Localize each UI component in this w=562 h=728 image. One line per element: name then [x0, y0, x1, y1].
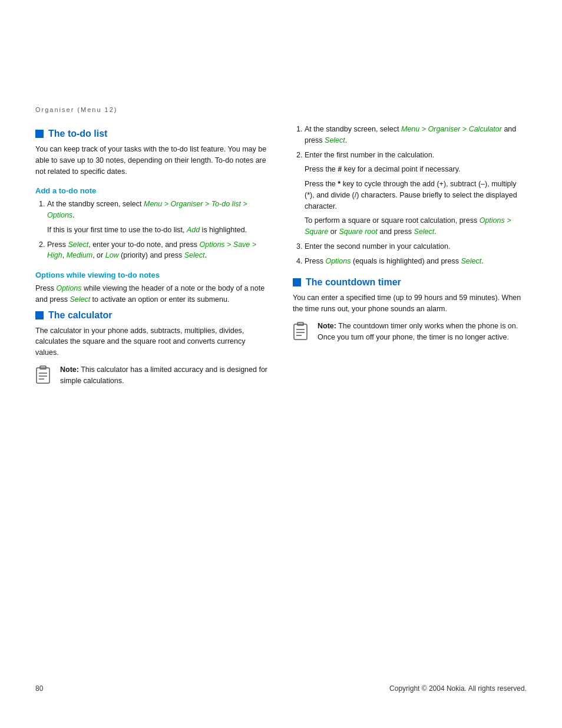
calc-step1-link: Menu > Organiser > Calculator — [401, 125, 502, 133]
select-link-2: Select — [184, 251, 205, 259]
select-link-1: Select — [68, 241, 88, 249]
options-save-link: Options > Save > — [200, 241, 257, 249]
countdown-body: You can enter a specified time (up to 99… — [293, 292, 527, 315]
step1-text: At the standby screen, select — [47, 200, 144, 208]
step1-note: If this is your first time to use the to… — [47, 225, 269, 236]
calc-step2-para2: Press the * key to cycle through the add… — [305, 179, 527, 212]
page-number: 80 — [35, 684, 43, 693]
countdown-section-title: The countdown timer — [293, 277, 527, 288]
add-todo-step-2: Press Select, enter your to-do note, and… — [47, 239, 269, 262]
select-link-final: Select — [461, 257, 481, 265]
note-icon — [35, 365, 54, 384]
options-link-calc: Options > — [480, 216, 511, 225]
countdown-note-content: The countdown timer only works when the … — [318, 322, 518, 341]
calculator-section-title: The calculator — [35, 310, 269, 321]
todo-intro: You can keep track of your tasks with th… — [35, 144, 269, 177]
countdown-note-icon — [293, 322, 312, 341]
note-bold: Note: — [60, 365, 79, 374]
blue-box-icon — [35, 130, 44, 138]
calculator-steps: At the standby screen, select Menu > Org… — [305, 124, 527, 266]
options-subsection-body: Press Options while viewing the header o… — [35, 283, 269, 305]
high-link: High — [47, 251, 62, 259]
two-column-layout: The to-do list You can keep track of you… — [35, 124, 527, 392]
options-link: Options — [56, 284, 81, 292]
left-column: The to-do list You can keep track of you… — [35, 124, 269, 392]
add-todo-steps: At the standby screen, select Menu > Org… — [47, 199, 269, 261]
blue-box-icon-3 — [293, 278, 301, 286]
add-todo-subsection-title: Add a to-do note — [35, 186, 269, 195]
right-column: At the standby screen, select Menu > Org… — [293, 124, 527, 392]
add-link: Add — [187, 226, 200, 234]
calc-step-2: Enter the first number in the calculatio… — [305, 150, 527, 238]
note-content: This calculator has a limited accuracy a… — [60, 365, 267, 385]
calculator-note-box: Note: This calculator has a limited accu… — [35, 364, 269, 387]
calc-step1-select: Select — [325, 136, 345, 144]
step1-period: . — [72, 211, 74, 219]
page-header: Organiser (Menu 12) — [35, 106, 527, 113]
calculator-body: The calculator in your phone adds, subtr… — [35, 325, 269, 358]
calc-step-3: Enter the second number in your calculat… — [305, 241, 527, 252]
calc-step2-para1: Press the # key for a decimal point if n… — [305, 164, 527, 175]
calc-step2-para3: To perform a square or square root calcu… — [305, 215, 527, 238]
calc-step-4: Press Options (equals is highlighted) an… — [305, 256, 527, 267]
todo-section-title: The to-do list — [35, 129, 269, 139]
countdown-note-box: Note: The countdown timer only works whe… — [293, 321, 527, 343]
svg-rect-0 — [37, 368, 49, 383]
calc-step-1: At the standby screen, select Menu > Org… — [305, 124, 527, 146]
square-link: Square — [305, 228, 328, 236]
select-link-options: Select — [70, 295, 90, 304]
countdown-note-bold: Note: — [318, 322, 336, 330]
options-subsection-title: Options while viewing to-do notes — [35, 271, 269, 279]
copyright: Copyright © 2004 Nokia. All rights reser… — [389, 684, 527, 693]
add-todo-step-1: At the standby screen, select Menu > Org… — [47, 199, 269, 235]
square-root-link: Square root — [339, 228, 377, 236]
countdown-note-text: Note: The countdown timer only works whe… — [318, 321, 527, 343]
options-link-final: Options — [325, 257, 351, 265]
low-link: Low — [105, 251, 119, 259]
calculator-note-text: Note: This calculator has a limited accu… — [60, 364, 269, 387]
page: Organiser (Menu 12) The to-do list You c… — [0, 0, 562, 728]
page-footer: 80 Copyright © 2004 Nokia. All rights re… — [35, 684, 527, 693]
svg-rect-5 — [294, 324, 307, 340]
medium-link: Medium — [67, 251, 92, 259]
select-link-calc: Select — [414, 228, 435, 236]
blue-box-icon-2 — [35, 311, 44, 319]
